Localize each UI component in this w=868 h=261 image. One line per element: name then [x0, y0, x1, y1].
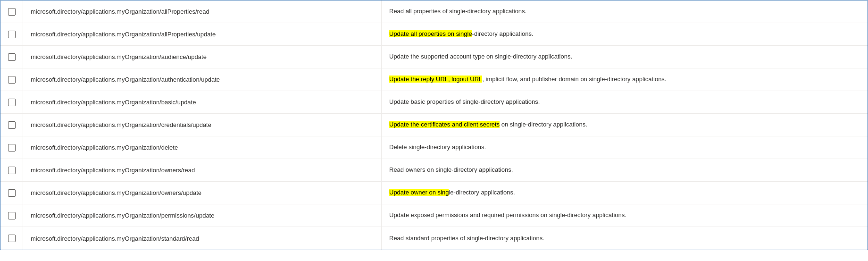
checkbox-cell — [0, 227, 23, 250]
description-text: Update the supported account type on sin… — [389, 52, 572, 61]
description-text: Update exposed permissions and required … — [389, 211, 626, 219]
plain-text: -directory applications. — [472, 30, 534, 37]
permission-name: microsoft.directory/applications.myOrgan… — [23, 136, 382, 159]
permission-description: Read all properties of single-directory … — [382, 0, 868, 23]
checkbox-cell — [0, 182, 23, 204]
plain-text: Read all properties of single-directory … — [389, 8, 526, 15]
checkbox-cell — [0, 46, 23, 68]
description-text: Read all properties of single-directory … — [389, 7, 526, 16]
row-checkbox[interactable] — [8, 99, 16, 106]
row-checkbox[interactable] — [8, 167, 16, 174]
permission-name: microsoft.directory/applications.myOrgan… — [23, 114, 382, 136]
description-text: Read standard properties of single-direc… — [389, 234, 544, 243]
checkbox-cell — [0, 91, 23, 113]
description-text: Delete single-directory applications. — [389, 143, 486, 152]
description-text: Update all properties on single-director… — [389, 30, 534, 38]
plain-text: , implicit flow, and publisher domain on… — [482, 76, 666, 83]
description-text: Update the certificates and client secre… — [389, 120, 587, 129]
table-row: microsoft.directory/applications.myOrgan… — [0, 114, 868, 136]
table-row: microsoft.directory/applications.myOrgan… — [0, 182, 868, 204]
checkbox-cell — [0, 114, 23, 136]
table-row: microsoft.directory/applications.myOrgan… — [0, 91, 868, 114]
permission-description: Read owners on single-directory applicat… — [382, 159, 868, 181]
highlighted-text: Update the reply URL, logout URL — [389, 76, 482, 83]
plain-text: Delete single-directory applications. — [389, 143, 486, 151]
checkbox-cell — [0, 159, 23, 181]
permission-name: microsoft.directory/applications.myOrgan… — [23, 0, 382, 23]
plain-text: Read owners on single-directory applicat… — [389, 166, 513, 173]
highlighted-text: Update all properties on single — [389, 30, 472, 37]
checkbox-cell — [0, 23, 23, 45]
permission-description: Read standard properties of single-direc… — [382, 227, 868, 250]
permission-name: microsoft.directory/applications.myOrgan… — [23, 46, 382, 68]
highlighted-text: Update the certificates and client secre… — [389, 121, 500, 128]
permissions-table: microsoft.directory/applications.myOrgan… — [0, 0, 868, 250]
plain-text: Update exposed permissions and required … — [389, 211, 626, 219]
permission-description: Update exposed permissions and required … — [382, 204, 868, 227]
table-row: microsoft.directory/applications.myOrgan… — [0, 227, 868, 250]
permission-description: Update the reply URL, logout URL, implic… — [382, 68, 868, 91]
row-checkbox[interactable] — [8, 189, 16, 197]
row-checkbox[interactable] — [8, 121, 16, 129]
permission-name: microsoft.directory/applications.myOrgan… — [23, 204, 382, 227]
permission-name: microsoft.directory/applications.myOrgan… — [23, 68, 382, 91]
permission-description: Delete single-directory applications. — [382, 136, 868, 159]
description-text: Update basic properties of single-direct… — [389, 98, 540, 106]
row-checkbox[interactable] — [8, 76, 16, 84]
table-row: microsoft.directory/applications.myOrgan… — [0, 159, 868, 182]
permission-name: microsoft.directory/applications.myOrgan… — [23, 91, 382, 113]
permission-description: Update basic properties of single-direct… — [382, 91, 868, 113]
table-row: microsoft.directory/applications.myOrgan… — [0, 68, 868, 91]
row-checkbox[interactable] — [8, 235, 16, 242]
row-checkbox[interactable] — [8, 8, 16, 16]
permission-description: Update the supported account type on sin… — [382, 46, 868, 68]
permission-name: microsoft.directory/applications.myOrgan… — [23, 227, 382, 250]
description-text: Update owner on single-directory applica… — [389, 188, 515, 197]
plain-text: Update basic properties of single-direct… — [389, 98, 540, 105]
permission-name: microsoft.directory/applications.myOrgan… — [23, 159, 382, 181]
permission-name: microsoft.directory/applications.myOrgan… — [23, 182, 382, 204]
checkbox-cell — [0, 0, 23, 23]
permission-description: Update owner on single-directory applica… — [382, 182, 868, 204]
row-checkbox[interactable] — [8, 31, 16, 38]
table-row: microsoft.directory/applications.myOrgan… — [0, 23, 868, 46]
description-text: Update the reply URL, logout URL, implic… — [389, 75, 666, 84]
row-checkbox[interactable] — [8, 144, 16, 152]
permission-name: microsoft.directory/applications.myOrgan… — [23, 23, 382, 45]
plain-text: Read standard properties of single-direc… — [389, 235, 544, 242]
checkbox-cell — [0, 204, 23, 227]
table-row: microsoft.directory/applications.myOrgan… — [0, 136, 868, 159]
row-checkbox[interactable] — [8, 53, 16, 61]
table-row: microsoft.directory/applications.myOrgan… — [0, 0, 868, 23]
highlighted-text: Update owner on sing — [389, 189, 449, 196]
plain-text: Update the supported account type on sin… — [389, 53, 572, 60]
permission-description: Update all properties on single-director… — [382, 23, 868, 45]
row-checkbox[interactable] — [8, 212, 16, 219]
checkbox-cell — [0, 68, 23, 91]
permission-description: Update the certificates and client secre… — [382, 114, 868, 136]
plain-text: le-directory applications. — [449, 189, 515, 196]
table-row: microsoft.directory/applications.myOrgan… — [0, 46, 868, 68]
checkbox-cell — [0, 136, 23, 159]
description-text: Read owners on single-directory applicat… — [389, 166, 513, 174]
plain-text: on single-directory applications. — [500, 121, 587, 128]
table-row: microsoft.directory/applications.myOrgan… — [0, 204, 868, 227]
